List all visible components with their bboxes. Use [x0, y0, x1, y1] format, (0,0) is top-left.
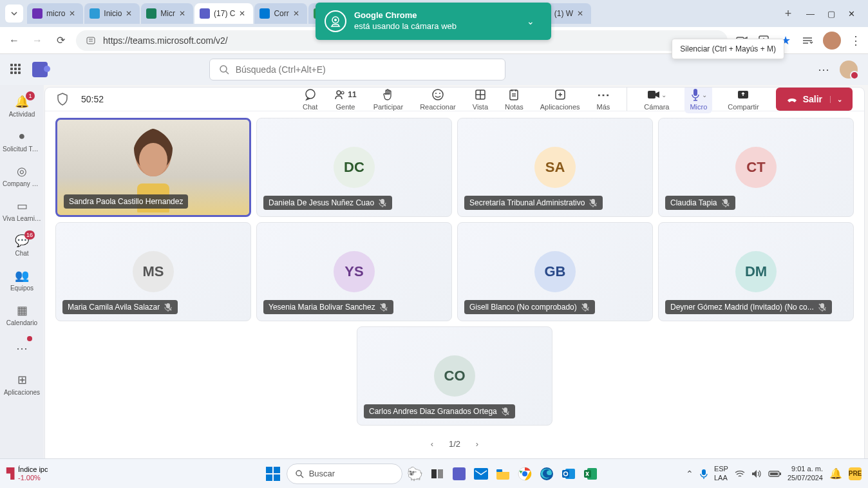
battery-icon[interactable]	[768, 470, 781, 478]
tray-chevron-icon[interactable]: ⌃	[686, 469, 693, 479]
chevron-down-icon[interactable]: ⌄	[830, 96, 842, 103]
participant-tile[interactable]: Sandra Paola Castillo Hernandez	[55, 118, 251, 217]
close-tab-button[interactable]: ✕	[69, 9, 78, 18]
participant-tile[interactable]: GBGisell Blanco (No comprobado)	[457, 222, 653, 321]
stock-widget[interactable]: ▜ Índice ipc -1.00%	[6, 465, 48, 481]
tray-mic-icon[interactable]	[700, 469, 708, 479]
site-info-icon[interactable]	[85, 35, 97, 46]
participant-tile[interactable]: COCarlos Andres Diaz Granados Ortega	[357, 326, 552, 426]
rail-item[interactable]: ●Solicitud Tel...	[3, 125, 41, 156]
chat-button[interactable]: Chat	[303, 88, 317, 111]
browser-tab[interactable]: Inicio✕	[84, 3, 140, 24]
mic-muted-icon	[379, 303, 388, 312]
page-next-button[interactable]: ›	[469, 436, 485, 451]
banner-subtitle: está usando la cámara web	[354, 21, 457, 31]
svg-rect-30	[693, 89, 697, 96]
taskbar-app-teams[interactable]	[450, 465, 468, 483]
participant-tile[interactable]: YSYesenia Maria Bolivar Sanchez	[256, 222, 452, 321]
rail-item[interactable]: ◎Company C...	[3, 160, 41, 191]
apps-button[interactable]: Aplicaciones	[540, 88, 580, 111]
rail-item[interactable]: ▭Viva Learning	[3, 194, 41, 225]
participant-name-bar: Deyner Gómez Madrid (Invitado) (No co...	[665, 300, 832, 314]
new-tab-button[interactable]: +	[779, 5, 797, 23]
start-button[interactable]	[263, 464, 283, 483]
taskbar-app-excel[interactable]	[581, 465, 599, 483]
system-tray: ⌃ ESP LAA 9:01 a. m. 25/07/2024 🔔 PRE	[686, 465, 862, 482]
close-tab-button[interactable]: ✕	[293, 9, 302, 18]
taskbar-app-chrome[interactable]	[516, 465, 534, 483]
taskbar-app-explorer[interactable]	[494, 465, 512, 483]
rail-item[interactable]: 16💬Chat	[3, 229, 41, 260]
banner-expand-button[interactable]: ⌄	[519, 11, 542, 32]
tab-search-button[interactable]	[5, 5, 23, 23]
tray-app-icon[interactable]: PRE	[849, 467, 862, 480]
browser-tab[interactable]: Corr✕	[254, 3, 307, 24]
settings-more-button[interactable]: ⋯	[818, 62, 831, 77]
forward-button[interactable]: →	[30, 33, 45, 48]
maximize-button[interactable]: ▢	[827, 9, 835, 19]
leave-button[interactable]: Salir ⌄	[776, 88, 853, 111]
participant-tile[interactable]: MSMaria Camila Avila Salazar	[55, 222, 251, 321]
rail-item[interactable]: ⊞Aplicaciones	[3, 368, 41, 399]
participant-tile[interactable]: DMDeyner Gómez Madrid (Invitado) (No co.…	[658, 222, 854, 321]
people-button[interactable]: 11 Gente	[334, 88, 356, 111]
back-button[interactable]: ←	[6, 33, 22, 48]
close-window-button[interactable]: ✕	[848, 9, 855, 19]
mic-button[interactable]: ⌄ Micro	[684, 88, 712, 113]
notifications-icon[interactable]: 🔔	[829, 467, 842, 480]
participant-tile[interactable]: CTClaudia Tapia	[658, 118, 854, 217]
browser-tab[interactable]: micro✕	[27, 3, 83, 24]
favicon	[146, 8, 156, 19]
rail-item[interactable]: ⋯	[3, 333, 41, 364]
taskbar-app-edge[interactable]	[538, 465, 556, 483]
taskbar-search[interactable]: Buscar	[287, 464, 402, 484]
clock[interactable]: 9:01 a. m. 25/07/2024	[788, 465, 823, 482]
close-tab-button[interactable]: ✕	[126, 9, 135, 18]
browser-menu-button[interactable]: ⋮	[850, 33, 862, 48]
close-tab-button[interactable]: ✕	[577, 9, 586, 18]
volume-icon[interactable]	[751, 469, 762, 478]
reading-list-icon[interactable]	[801, 34, 814, 47]
close-tab-button[interactable]: ✕	[179, 9, 188, 18]
notes-button[interactable]: Notas	[505, 88, 524, 111]
badge-dot	[27, 336, 32, 341]
me-avatar[interactable]	[840, 61, 858, 79]
svg-point-9	[334, 19, 337, 21]
chevron-down-icon[interactable]: ⌄	[702, 91, 707, 99]
react-button[interactable]: Reaccionar	[420, 88, 456, 111]
language-indicator[interactable]: ESP LAA	[714, 465, 728, 482]
raise-hand-button[interactable]: Participar	[373, 88, 403, 111]
browser-tab[interactable]: Micr✕	[141, 3, 193, 24]
search-input[interactable]: Búsqueda (Ctrl+Alt+E)	[209, 59, 505, 80]
rail-item[interactable]: ▦Calendario	[3, 299, 41, 330]
participant-tile[interactable]: DCDaniela De Jesus Nuñez Cuao	[256, 118, 452, 217]
taskbar-app-mail[interactable]	[472, 465, 490, 483]
taskbar-app-outlook[interactable]	[560, 465, 578, 483]
reload-button[interactable]: ⟳	[53, 33, 68, 48]
favicon	[259, 8, 270, 19]
share-button[interactable]: Compartir	[728, 88, 759, 111]
svg-point-33	[139, 143, 167, 176]
browser-tab[interactable]: (17) C✕	[194, 3, 253, 24]
badge: 16	[24, 230, 35, 239]
svg-rect-55	[474, 468, 488, 480]
taskbar-app[interactable]: 🐑	[406, 465, 424, 483]
page-prev-button[interactable]: ‹	[424, 436, 440, 451]
close-tab-button[interactable]: ✕	[239, 9, 248, 18]
mic-muted-icon	[501, 407, 510, 416]
rail-label: Chat	[15, 250, 28, 257]
chevron-down-icon[interactable]: ⌄	[661, 91, 666, 99]
pager: ‹ 1/2 ›	[55, 431, 854, 458]
participant-tile[interactable]: SASecretaría Tribunal Administrativo	[457, 118, 653, 217]
favicon	[32, 8, 42, 19]
app-launcher-button[interactable]	[10, 64, 22, 75]
minimize-button[interactable]: —	[806, 9, 815, 19]
view-button[interactable]: Vista	[473, 88, 488, 111]
camera-button[interactable]: ⌄ Cámara	[644, 88, 669, 111]
task-view-button[interactable]	[428, 465, 446, 483]
wifi-icon[interactable]	[735, 470, 745, 478]
profile-avatar[interactable]	[823, 32, 841, 50]
rail-item[interactable]: 👥Equipos	[3, 264, 41, 295]
rail-item[interactable]: 1🔔Actividad	[3, 90, 41, 121]
more-button[interactable]: ⋯ Más	[597, 88, 610, 111]
